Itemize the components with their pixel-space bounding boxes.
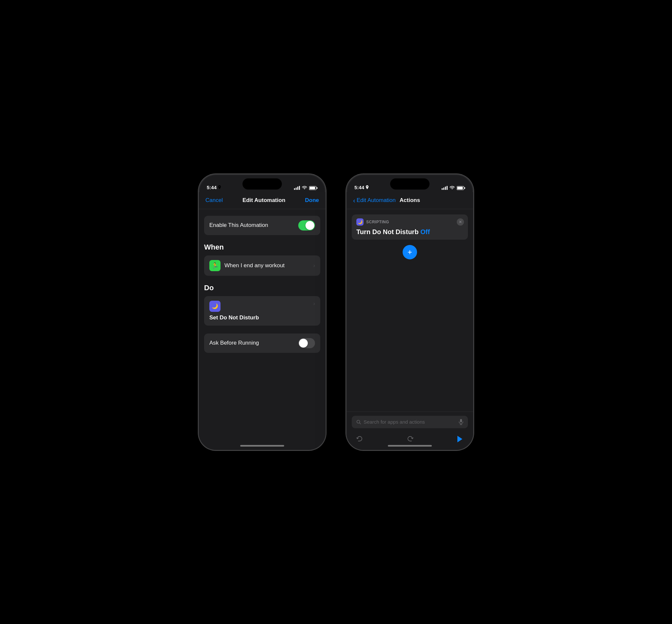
redo-icon	[406, 436, 414, 442]
workout-icon: 🏃	[209, 260, 221, 271]
ask-before-running-row[interactable]: Ask Before Running	[204, 334, 320, 353]
nav-title-1: Edit Automation	[243, 197, 285, 204]
phone-2: 5:44 ‹	[346, 174, 474, 450]
svg-line-15	[359, 423, 361, 424]
actions-list: 🌙 SCRIPTING ✕ Turn Do Not Disturb Off +	[347, 209, 473, 412]
svg-rect-9	[445, 187, 446, 190]
nav-title-2: Actions	[400, 197, 420, 204]
location-icon	[218, 185, 221, 189]
search-bar-left: Search for apps and actions	[356, 419, 425, 425]
status-icons-1	[294, 186, 318, 190]
do-label: Set Do Not Disturb	[209, 314, 259, 321]
enable-automation-row[interactable]: Enable This Automation	[204, 216, 320, 235]
battery-icon	[309, 186, 318, 190]
back-label[interactable]: Edit Automation	[357, 197, 396, 204]
action-card[interactable]: 🌙 SCRIPTING ✕ Turn Do Not Disturb Off	[352, 214, 468, 240]
wifi-icon	[302, 186, 307, 190]
action-card-header: 🌙 SCRIPTING	[356, 218, 463, 226]
svg-marker-19	[457, 436, 462, 442]
svg-rect-2	[297, 187, 298, 190]
nav-bar-1: Cancel Edit Automation Done	[199, 192, 325, 209]
nav-bar-2: ‹ Edit Automation Actions	[347, 192, 473, 209]
add-action-button[interactable]: +	[403, 245, 417, 259]
svg-rect-0	[294, 188, 295, 190]
signal-icon	[294, 186, 300, 190]
ask-before-thumb	[299, 339, 308, 347]
toggle-thumb	[305, 221, 314, 230]
status-time-1: 5:44	[207, 185, 221, 190]
undo-button[interactable]	[354, 434, 366, 445]
ask-before-toggle[interactable]	[298, 338, 315, 348]
done-button[interactable]: Done	[305, 197, 319, 204]
enable-automation-toggle[interactable]	[298, 220, 315, 231]
do-row[interactable]: 🌙 Set Do Not Disturb ›	[204, 296, 320, 326]
svg-rect-6	[310, 187, 315, 189]
when-label: When I end any workout	[224, 262, 284, 269]
enable-automation-label: Enable This Automation	[209, 222, 268, 229]
signal-icon-2	[442, 186, 448, 190]
when-row[interactable]: 🏃 When I end any workout ›	[204, 255, 320, 276]
status-time-2: 5:44	[354, 185, 369, 190]
search-bar-container: Search for apps and actions	[347, 412, 473, 431]
svg-rect-5	[317, 187, 318, 189]
back-button[interactable]: ‹ Edit Automation	[353, 197, 396, 204]
dynamic-island-2	[390, 178, 429, 189]
play-button[interactable]	[454, 434, 465, 445]
dynamic-island	[243, 178, 282, 189]
content-1: Enable This Automation When 🏃 When I end…	[199, 209, 325, 450]
battery-icon-2	[457, 186, 465, 190]
action-close-button[interactable]: ✕	[457, 218, 464, 226]
search-icon	[356, 420, 361, 424]
redo-button[interactable]	[404, 434, 416, 445]
play-icon	[457, 436, 463, 443]
action-category-label: SCRIPTING	[366, 220, 389, 224]
search-bar[interactable]: Search for apps and actions	[352, 416, 468, 428]
do-row-left: 🌙 Set Do Not Disturb	[209, 301, 259, 321]
bottom-toolbar	[347, 431, 473, 450]
when-section-header: When	[204, 243, 320, 252]
action-title: Turn Do Not Disturb Off	[356, 228, 463, 236]
do-chevron: ›	[313, 301, 315, 307]
location-icon-2	[366, 185, 369, 189]
when-row-left: 🏃 When I end any workout	[209, 260, 284, 271]
svg-rect-3	[299, 186, 300, 190]
search-placeholder: Search for apps and actions	[364, 419, 425, 425]
wifi-icon-2	[450, 186, 455, 190]
microphone-icon[interactable]	[459, 419, 463, 425]
svg-rect-7	[442, 188, 443, 190]
svg-rect-13	[457, 187, 463, 189]
time-label: 5:44	[207, 185, 217, 190]
svg-rect-12	[464, 187, 465, 189]
dnd-icon: 🌙	[209, 301, 221, 312]
do-section-header: Do	[204, 284, 320, 292]
content-2: 🌙 SCRIPTING ✕ Turn Do Not Disturb Off +	[347, 209, 473, 450]
status-icons-2	[442, 186, 465, 190]
svg-rect-10	[447, 186, 448, 190]
back-chevron: ‹	[353, 197, 355, 204]
ask-before-label: Ask Before Running	[209, 340, 259, 346]
cancel-button[interactable]: Cancel	[205, 197, 223, 204]
home-indicator-1	[240, 445, 284, 447]
time-label-2: 5:44	[354, 185, 364, 190]
undo-icon	[356, 436, 364, 442]
svg-rect-16	[460, 419, 462, 422]
action-category-icon: 🌙	[356, 218, 364, 226]
svg-rect-1	[296, 187, 297, 190]
when-chevron: ›	[313, 263, 315, 268]
home-indicator-2	[388, 445, 432, 447]
phone-1: 5:44	[198, 174, 326, 450]
svg-rect-8	[443, 187, 444, 190]
